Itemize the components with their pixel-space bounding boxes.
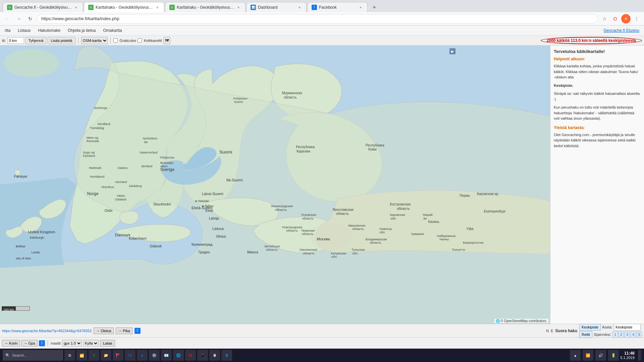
tab-close-5[interactable]: × <box>358 5 363 10</box>
taskbar-edge[interactable]: e <box>137 350 148 361</box>
osm-logo: 🌐 <box>496 319 500 323</box>
menu-omakartta[interactable]: Omakartta <box>100 27 125 34</box>
tab-geocache3[interactable]: G Karttahaku - Geokätköilysivusto... × <box>165 2 246 12</box>
taskbar-phone[interactable]: 📱 <box>197 350 208 361</box>
tab-geocache1[interactable]: G Geocache.fi - Geokätköilysivusto... × <box>3 2 83 12</box>
geocache-etusivu-link[interactable]: Geocache.fi Etusivu <box>600 27 643 34</box>
oletus-button[interactable]: → Oletus <box>94 327 114 334</box>
svg-text:Leeds: Leeds <box>32 251 40 254</box>
taskbar-search[interactable]: 🔍 Search... <box>3 350 63 361</box>
volume-icon[interactable]: 🔊 <box>595 350 606 361</box>
taskbar-skype[interactable]: S <box>221 350 232 361</box>
fb-share-button[interactable]: f <box>135 328 141 334</box>
gps-button[interactable]: → Gps <box>21 340 38 347</box>
tab-close-1[interactable]: × <box>73 5 79 10</box>
page-4[interactable]: 4 <box>631 331 636 338</box>
page-2[interactable]: 2 <box>619 331 624 338</box>
reload-button[interactable]: ↻ <box>25 14 35 23</box>
lataa-button[interactable]: Lataa <box>100 340 115 347</box>
svg-text:Götaland: Götaland <box>115 198 126 201</box>
task-view-button[interactable]: ⧉ <box>64 350 75 361</box>
forward-button[interactable]: → <box>14 14 23 23</box>
map-svg[interactable]: Suomi Sverige Norge Länsi-Suomi Itä-Suom… <box>0 46 550 324</box>
tab-bar: G Geocache.fi - Geokätköilysivusto... × … <box>0 0 644 12</box>
map-area[interactable]: Suomi Sverige Norge Länsi-Suomi Itä-Suom… <box>0 46 550 324</box>
svg-text:Кировская кр.: Кировская кр. <box>477 192 499 196</box>
format-select[interactable]: gpx 1.0 <box>62 340 82 347</box>
map-type-select[interactable]: OSM-kartta <box>81 37 108 44</box>
tab-geocache2[interactable]: G Karttahaku - Geokätköilysivusto... × <box>84 2 164 12</box>
reitti-button[interactable]: Reitti <box>579 331 592 338</box>
bottom-url[interactable]: https://www.geocache.fi/kartta/?q=462344… <box>2 329 92 333</box>
menu-rtta[interactable]: rtta <box>1 27 14 34</box>
taskbar-calculator[interactable]: 🖩 <box>209 350 220 361</box>
tab-close-2[interactable]: × <box>155 5 160 10</box>
new-tab-button[interactable]: + <box>370 3 379 12</box>
chrome-icon: 🌐 <box>176 353 181 358</box>
graticule-checkbox[interactable] <box>113 38 118 43</box>
easy-start-center: Keskipiste. <box>554 83 641 88</box>
svg-text:Кировская: Кировская <box>390 213 405 217</box>
kelkka-checkbox[interactable] <box>138 38 142 43</box>
svg-text:Stockholm: Stockholm <box>153 202 171 206</box>
menu-icon[interactable]: ⋮ <box>632 14 641 23</box>
map-attribution: 🌐 © OpenStreetMap contributors. <box>494 319 548 323</box>
svg-text:Костромская: Костромская <box>390 202 411 206</box>
tab-facebook[interactable]: f Facebook × <box>307 2 368 12</box>
taskbar-opera[interactable]: O <box>185 350 196 361</box>
svg-text:Набережные: Набережные <box>437 234 455 238</box>
korin-button[interactable]: → Korin <box>2 340 20 347</box>
clock-date: 5.1.2019 <box>620 356 635 360</box>
opera-icon[interactable]: O <box>610 14 620 23</box>
svg-text:Эл: Эл <box>423 217 427 220</box>
profile-icon[interactable]: A <box>621 14 631 23</box>
taskbar-settings[interactable]: ⚙️ <box>149 350 160 361</box>
address-input[interactable] <box>37 14 598 23</box>
taskbar-folder[interactable]: 📁 <box>101 350 111 361</box>
opera-icon: O <box>189 353 192 357</box>
pika-button[interactable]: → Pika <box>116 327 132 334</box>
kelkka-icon-btn[interactable]: 🗺 <box>163 37 170 44</box>
svg-text:Nordland: Nordland <box>98 122 110 126</box>
panel-collapse-button[interactable]: ▶ <box>449 48 455 54</box>
page-1[interactable]: 1 <box>612 331 618 338</box>
bookmark-button[interactable]: ☆ <box>600 14 609 23</box>
taskbar-clock[interactable]: 11:46 5.1.2019 <box>620 351 637 360</box>
tab-close-4[interactable]: × <box>297 5 302 10</box>
taskbar-flag[interactable]: 🚩 <box>113 350 123 361</box>
network-icon[interactable]: 📶 <box>583 350 593 361</box>
svg-text:Hordaland: Hordaland <box>90 175 104 178</box>
task-view-icon: ⧉ <box>68 353 71 358</box>
menu-ohjeita[interactable]: Ohjeita ja tietoa <box>64 27 99 34</box>
clear-button[interactable]: Tyhjennä <box>25 37 47 44</box>
tray-icons-button[interactable]: ▲ <box>570 350 581 361</box>
side-panel: Tervetuloa kätkökartalle! Helposti alkuu… <box>550 46 644 324</box>
distance-input[interactable] <box>7 37 24 44</box>
fb-share-button-2[interactable]: f <box>39 340 45 346</box>
back-button[interactable]: ← <box>3 14 12 23</box>
show-desktop-button[interactable] <box>639 350 641 361</box>
menu-hakulomake[interactable]: Hakulomake <box>35 27 64 34</box>
tab-favicon-5: f <box>312 5 317 10</box>
svg-text:область: область <box>397 207 410 210</box>
taskbar-chrome[interactable]: 🌐 <box>173 350 184 361</box>
svg-text:Møre og: Møre og <box>87 136 98 139</box>
svg-text:Ярославская: Ярославская <box>332 208 354 212</box>
keskipiste-button[interactable]: Keskipiste <box>579 324 601 330</box>
taskbar-email[interactable]: 📧 <box>161 350 172 361</box>
center-input[interactable] <box>614 324 641 330</box>
page-5[interactable]: 5 <box>637 331 642 338</box>
taskbar-excel[interactable]: X <box>89 350 99 361</box>
menu-listaus[interactable]: Listaus <box>14 27 34 34</box>
tab-dashboard[interactable]: 📊 Dashboard × <box>246 2 307 12</box>
battery-icon[interactable]: 🔋 <box>608 350 619 361</box>
taskbar-file-explorer[interactable]: 🗂️ <box>76 350 87 361</box>
page-3[interactable]: 3 <box>625 331 630 338</box>
phone-icon: 📱 <box>200 353 205 358</box>
taskbar-word[interactable]: W <box>125 350 136 361</box>
kylla-select[interactable]: Kylla <box>83 340 99 347</box>
tab-close-3[interactable]: × <box>236 5 241 10</box>
tab-favicon-1: G <box>7 5 12 10</box>
tab-title-3: Karttahaku - Geokätköilysivusto... <box>177 5 234 10</box>
add-points-button[interactable]: Lisää pisteitä <box>48 37 75 44</box>
